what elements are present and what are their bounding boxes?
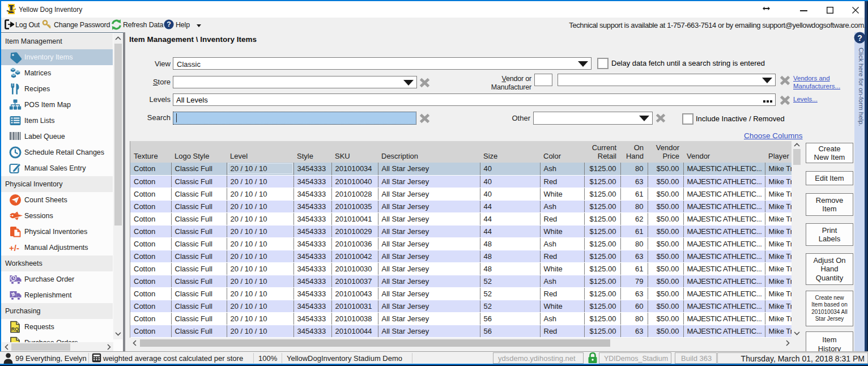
svg-text:RQ: RQ: [11, 326, 19, 332]
svg-text:+/-: +/-: [9, 243, 19, 253]
svg-text:?: ?: [167, 20, 171, 28]
svg-text:?: ?: [857, 33, 862, 42]
